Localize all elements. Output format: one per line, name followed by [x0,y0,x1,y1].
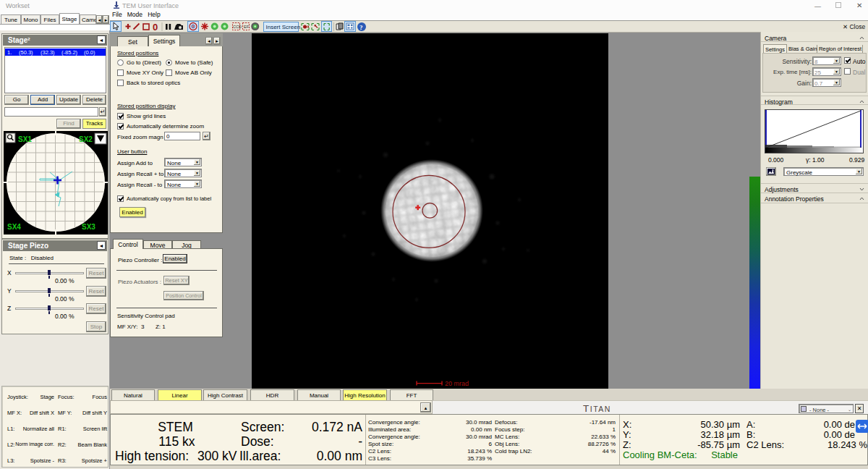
svg-text:EF: EF [244,25,250,29]
svg-text:SX1: SX1 [18,135,32,143]
svg-text:Insert Screen: Insert Screen [266,24,301,30]
svg-text:CCD: CCD [233,25,242,29]
svg-text:?: ? [359,24,363,31]
svg-text:0: 0 [153,22,158,33]
svg-text:SX3: SX3 [82,223,95,231]
svg-text:SX2: SX2 [79,135,93,143]
svg-text:SX4: SX4 [7,223,21,231]
svg-text:20 mrad: 20 mrad [445,380,469,387]
